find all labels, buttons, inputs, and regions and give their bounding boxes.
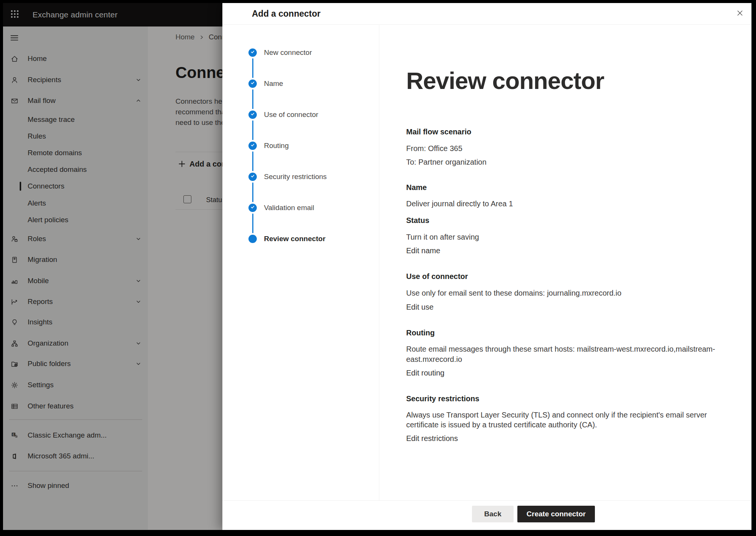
step-connector-line (252, 182, 253, 202)
step-label: Name (264, 79, 283, 88)
wizard-step-security-restrictions[interactable]: Security restrictions (222, 171, 379, 182)
create-connector-button[interactable]: Create connector (517, 506, 595, 522)
wizard-step-review-connector[interactable]: Review connector (222, 234, 379, 244)
name-value: Deliver journal directly to Area 1 (406, 199, 513, 209)
wizard-step-new-connector[interactable]: New connector (222, 47, 379, 58)
step-completed-circle (248, 48, 257, 57)
step-connector-line (252, 89, 253, 109)
check-icon (250, 49, 255, 56)
check-icon (250, 173, 255, 180)
edit-name-link[interactable]: Edit name (406, 246, 440, 256)
use-of-connector-value: Use only for email sent to these domains… (406, 288, 621, 298)
step-connector-line (252, 151, 253, 171)
step-label: Use of connector (264, 111, 318, 119)
mail-flow-from: From: Office 365 (406, 143, 463, 153)
dialog-footer: Back Create connector (222, 500, 751, 530)
close-icon (736, 9, 744, 19)
wizard-step-routing[interactable]: Routing (222, 140, 379, 151)
step-completed-circle (248, 173, 257, 181)
dialog-header: Add a connector (222, 3, 751, 25)
status-value: Turn it on after saving (406, 232, 479, 242)
step-connector-line (252, 213, 253, 233)
wizard-step-validation-email[interactable]: Validation email (222, 203, 379, 213)
step-completed-circle (248, 204, 257, 212)
close-button[interactable] (733, 7, 746, 20)
security-restrictions-header: Security restrictions (406, 394, 479, 404)
mail-flow-scenario-header: Mail flow scenario (406, 127, 471, 137)
modal-overlay (3, 3, 222, 530)
wizard-step-use-of-connector[interactable]: Use of connector (222, 109, 379, 120)
back-button[interactable]: Back (472, 506, 514, 522)
step-completed-circle (248, 111, 257, 119)
dialog-title: Add a connector (252, 3, 320, 25)
mail-flow-to: To: Partner organization (406, 157, 486, 167)
edit-routing-link[interactable]: Edit routing (406, 368, 444, 378)
edit-restrictions-link[interactable]: Edit restrictions (406, 433, 458, 443)
step-label: Validation email (264, 204, 314, 212)
check-icon (250, 111, 255, 118)
edit-use-link[interactable]: Edit use (406, 302, 433, 312)
step-completed-circle (248, 79, 257, 88)
add-connector-dialog: Add a connector New connectorNameUse of … (222, 3, 751, 530)
wizard-steps-panel: New connectorNameUse of connectorRouting… (222, 25, 379, 500)
screen-frame: Exchange admin center HomeRecipientsMail… (0, 0, 756, 536)
wizard-step-name[interactable]: Name (222, 78, 379, 89)
status-header: Status (406, 215, 429, 225)
step-connector-line (252, 58, 253, 78)
check-icon (250, 142, 255, 149)
check-icon (250, 80, 255, 87)
routing-value: Route email messages through these smart… (406, 344, 727, 365)
step-completed-circle (248, 142, 257, 150)
exchange-admin-app: Exchange admin center HomeRecipientsMail… (3, 3, 751, 530)
step-connector-line (252, 120, 253, 140)
step-label: Security restrictions (264, 173, 327, 181)
check-icon (250, 204, 255, 211)
step-label: New connector (264, 48, 312, 57)
use-of-connector-header: Use of connector (406, 271, 468, 281)
security-restrictions-value: Always use Transport Layer Security (TLS… (406, 410, 727, 430)
step-label: Review connector (264, 235, 326, 243)
step-active-circle (248, 235, 257, 243)
name-header: Name (406, 182, 427, 192)
step-label: Routing (264, 142, 289, 150)
review-heading: Review connector (406, 67, 604, 94)
routing-header: Routing (406, 328, 435, 338)
